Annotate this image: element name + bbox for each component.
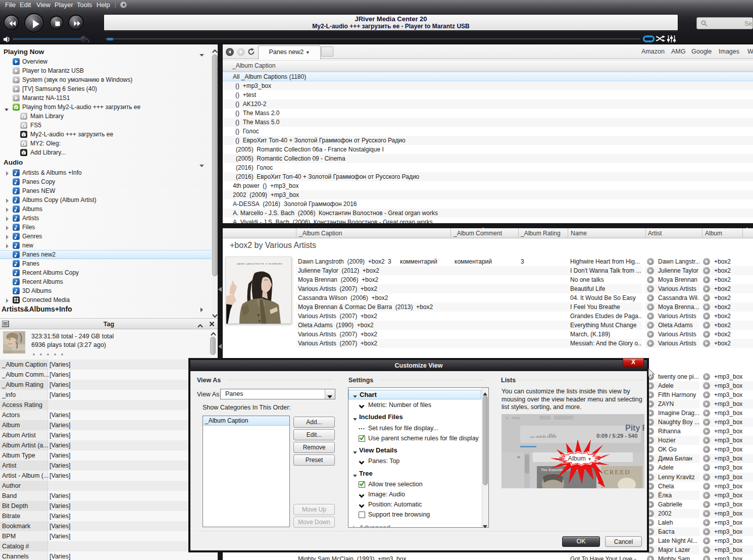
svg-text:Pity F: Pity F	[625, 424, 644, 432]
svg-text:ls Help: ls Help	[506, 416, 520, 420]
svg-text:DAWN LANGSTROTH ✦ HIGHWIRE: DAWN LANGSTROTH ✦ HIGHWIRE	[237, 263, 282, 265]
